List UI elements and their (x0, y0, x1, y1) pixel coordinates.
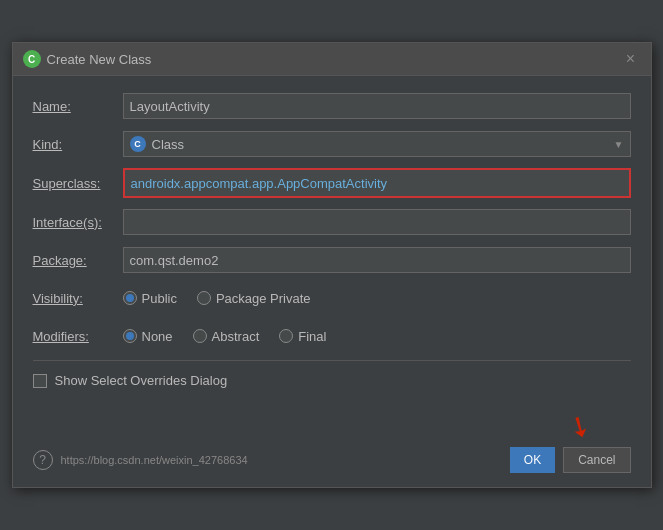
kind-dropdown-arrow: ▼ (614, 139, 624, 150)
modifier-final-label: Final (298, 329, 326, 344)
show-overrides-checkbox[interactable] (33, 374, 47, 388)
interfaces-row: Interface(s): (33, 208, 631, 236)
dialog-icon: C (23, 50, 41, 68)
kind-row: Kind: C Class ▼ (33, 130, 631, 158)
close-button[interactable]: × (621, 49, 641, 69)
superclass-input[interactable] (125, 170, 629, 196)
modifier-abstract[interactable]: Abstract (193, 329, 260, 344)
visibility-radio-group: Public Package Private (123, 291, 631, 306)
modifier-none-label: None (142, 329, 173, 344)
visibility-package-private[interactable]: Package Private (197, 291, 311, 306)
cancel-button[interactable]: Cancel (563, 447, 630, 473)
package-input[interactable] (123, 247, 631, 273)
visibility-label: Visibility: (33, 291, 123, 306)
name-row: Name: (33, 92, 631, 120)
title-bar: C Create New Class × (13, 43, 651, 76)
kind-dropdown[interactable]: C Class ▼ (123, 131, 631, 157)
modifier-none[interactable]: None (123, 329, 173, 344)
help-button[interactable]: ? (33, 450, 53, 470)
dialog-body: Name: Kind: C Class ▼ Superclass: (13, 76, 651, 410)
modifiers-label: Modifiers: (33, 329, 123, 344)
kind-label: Kind: (33, 137, 123, 152)
dialog-footer: ? https://blog.csdn.net/weixin_42768634 … (13, 439, 651, 487)
visibility-public[interactable]: Public (123, 291, 177, 306)
name-label: Name: (33, 99, 123, 114)
kind-value: Class (152, 137, 614, 152)
interfaces-label: Interface(s): (33, 215, 123, 230)
title-bar-left: C Create New Class (23, 50, 152, 68)
modifier-abstract-radio[interactable] (193, 329, 207, 343)
name-input[interactable] (123, 93, 631, 119)
dialog-title: Create New Class (47, 52, 152, 67)
modifiers-radio-group: None Abstract Final (123, 329, 631, 344)
create-class-dialog: C Create New Class × Name: Kind: C Class… (12, 42, 652, 488)
footer-left: ? https://blog.csdn.net/weixin_42768634 (33, 450, 248, 470)
divider (33, 360, 631, 361)
modifier-none-radio[interactable] (123, 329, 137, 343)
show-overrides-row: Show Select Overrides Dialog (33, 373, 631, 388)
superclass-label: Superclass: (33, 176, 123, 191)
ok-button[interactable]: OK (510, 447, 555, 473)
modifier-abstract-label: Abstract (212, 329, 260, 344)
footer-right: OK Cancel (510, 447, 631, 473)
modifier-final[interactable]: Final (279, 329, 326, 344)
package-row: Package: (33, 246, 631, 274)
interfaces-input[interactable] (123, 209, 631, 235)
modifiers-row: Modifiers: None Abstract Final (33, 322, 631, 350)
modifier-final-radio[interactable] (279, 329, 293, 343)
ok-arrow: ➘ (561, 406, 597, 446)
visibility-package-private-label: Package Private (216, 291, 311, 306)
footer-url: https://blog.csdn.net/weixin_42768634 (61, 454, 248, 466)
visibility-row: Visibility: Public Package Private (33, 284, 631, 312)
superclass-row: Superclass: (33, 168, 631, 198)
show-overrides-label: Show Select Overrides Dialog (55, 373, 228, 388)
kind-icon: C (130, 136, 146, 152)
superclass-wrapper (123, 168, 631, 198)
arrow-indicator: ➘ (13, 410, 651, 443)
visibility-public-radio[interactable] (123, 291, 137, 305)
visibility-public-label: Public (142, 291, 177, 306)
visibility-package-private-radio[interactable] (197, 291, 211, 305)
package-label: Package: (33, 253, 123, 268)
